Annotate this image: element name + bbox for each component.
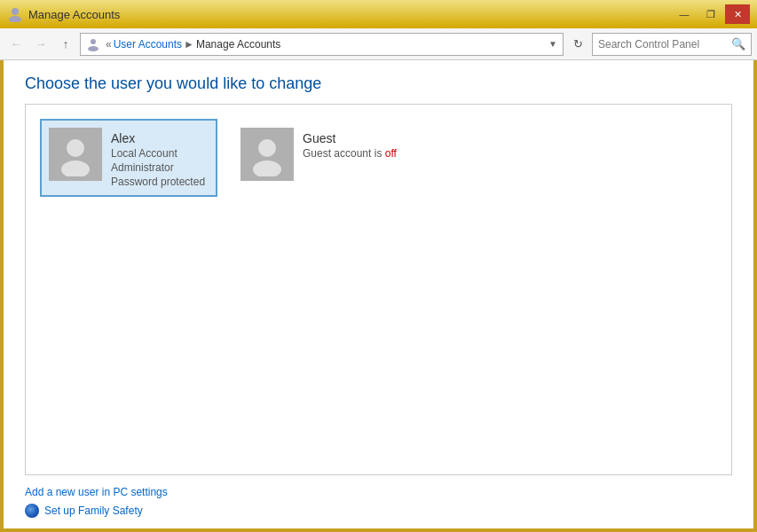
page-title: Choose the user you would like to change [25,74,732,93]
add-new-user-label: Add a new user in PC settings [25,486,168,498]
alex-name: Alex [111,131,205,145]
svg-point-1 [9,16,21,22]
forward-button[interactable]: → [30,34,51,55]
alex-detail-2: Password protected [111,176,205,188]
accounts-grid: Alex Local Account Administrator Passwor… [25,104,732,475]
alex-account-info: Alex Local Account Administrator Passwor… [111,128,205,188]
title-bar: Manage Accounts — ❐ ✕ [0,0,757,28]
account-card-alex[interactable]: Alex Local Account Administrator Passwor… [40,119,217,197]
back-button[interactable]: ← [5,34,27,55]
breadcrumb-user-accounts[interactable]: User Accounts [114,38,182,51]
add-new-user-link[interactable]: Add a new user in PC settings [25,486,732,498]
avatar-guest [241,128,294,181]
alex-detail-1: Administrator [111,161,205,174]
guest-avatar-icon [245,132,289,176]
user-avatar-icon [53,132,98,176]
guest-detail: Guest account is off [303,147,397,160]
guest-name: Guest [303,131,397,145]
breadcrumb-dropdown-button[interactable]: ▼ [548,39,557,49]
up-button[interactable]: ↑ [55,34,76,55]
window-title: Manage Accounts [28,8,120,21]
address-bar: ← → ↑ « User Accounts ► Manage Accounts … [0,28,757,60]
breadcrumb-manage-accounts: Manage Accounts [196,38,280,51]
family-safety-label: Set up Family Safety [44,505,143,517]
guest-status-off: off [385,147,397,160]
family-safety-icon [25,504,39,518]
breadcrumb: « User Accounts ► Manage Accounts ▼ [80,33,564,56]
page-header: Choose the user you would like to change [4,60,753,104]
svg-point-0 [12,8,19,15]
family-safety-link[interactable]: Set up Family Safety [25,504,732,518]
svg-point-3 [88,46,99,51]
svg-point-5 [67,139,84,157]
minimize-button[interactable]: — [672,4,697,24]
maximize-button[interactable]: ❐ [698,4,723,24]
breadcrumb-arrow: ► [184,38,194,51]
avatar-alex [49,128,102,181]
app-icon [7,6,23,22]
refresh-button[interactable]: ↻ [567,34,588,55]
account-card-guest[interactable]: Guest Guest account is off [232,119,409,190]
search-button[interactable]: 🔍 [731,37,745,51]
title-bar-left: Manage Accounts [7,6,120,22]
svg-point-8 [258,139,276,157]
svg-point-2 [91,39,96,44]
guest-status-text: Guest account is [303,147,385,160]
breadcrumb-separator1: « [106,38,112,51]
window-controls: — ❐ ✕ [672,4,750,24]
search-box: 🔍 [592,33,752,56]
window-content: Choose the user you would like to change… [4,60,753,528]
close-button[interactable]: ✕ [725,4,750,24]
user-accounts-icon [86,37,100,51]
footer-links: Add a new user in PC settings Set up Fam… [4,475,753,528]
search-input[interactable] [598,38,731,51]
guest-account-info: Guest Guest account is off [303,128,397,160]
alex-detail-0: Local Account [111,147,205,160]
